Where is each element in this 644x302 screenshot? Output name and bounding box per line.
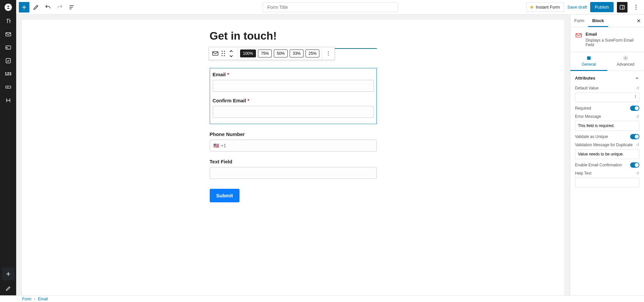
add-block-button[interactable] <box>19 2 29 13</box>
rail-slider-field[interactable] <box>0 81 16 94</box>
svg-rect-5 <box>6 33 11 36</box>
card-icon <box>5 44 12 51</box>
error-message-input[interactable] <box>575 121 639 131</box>
help-text-label: Help Text <box>575 171 591 176</box>
left-field-rail: 123 <box>0 0 16 295</box>
rail-heading-field[interactable] <box>0 94 16 107</box>
confirm-email-input[interactable] <box>213 106 374 118</box>
attributes-title: Attributes <box>575 76 595 81</box>
svg-rect-20 <box>587 56 590 60</box>
tab-form[interactable]: Form <box>570 15 588 27</box>
move-up-button[interactable] <box>226 49 236 53</box>
kebab-icon <box>325 50 331 56</box>
width-75[interactable]: 75% <box>258 50 272 57</box>
width-100[interactable]: 100% <box>240 50 256 57</box>
sidebar-close-button[interactable] <box>633 18 644 23</box>
validate-unique-label: Validate as Unique <box>575 134 608 139</box>
topbar-left-tools <box>19 2 77 13</box>
reset-icon[interactable]: ↺ <box>636 171 639 176</box>
breadcrumb-root[interactable]: Form <box>22 297 31 301</box>
rail-number-field[interactable]: 123 <box>0 67 16 81</box>
width-33[interactable]: 33% <box>290 50 304 57</box>
sidebar-tabs: Form Block <box>570 15 644 27</box>
validate-unique-toggle[interactable] <box>630 134 639 139</box>
breadcrumb-sep-icon: › <box>34 297 35 301</box>
drag-handle[interactable] <box>220 49 226 58</box>
email-label-text: Email <box>213 72 226 77</box>
rail-text-field[interactable] <box>0 15 16 28</box>
tab-block[interactable]: Block <box>588 15 608 27</box>
phone-block[interactable]: Phone Number 🇺🇸 +1 <box>210 131 377 151</box>
enable-confirmation-toggle[interactable] <box>630 162 639 168</box>
form-area: Get in touch! <box>210 30 377 202</box>
rail-edit-button[interactable] <box>0 283 16 294</box>
settings-panel-toggle[interactable] <box>617 2 627 13</box>
topbar-center <box>263 2 398 12</box>
width-25[interactable]: 25% <box>305 50 319 57</box>
form-heading[interactable]: Get in touch! <box>210 30 377 49</box>
email-icon <box>575 32 582 39</box>
rail-add-block[interactable] <box>2 268 15 280</box>
attr-enable-confirmation: Enable Email Confirmation <box>575 162 639 168</box>
kebab-icon <box>633 4 639 11</box>
attr-required: Required <box>575 106 639 111</box>
flag-icon[interactable]: 🇺🇸 <box>213 143 219 148</box>
confirm-email-label-text: Confirm Email <box>213 98 246 103</box>
reset-icon[interactable]: ↺ <box>636 86 639 90</box>
width-controls: 100% 75% 50% 33% 25% <box>238 47 322 60</box>
rail-logo[interactable] <box>0 0 16 15</box>
block-more-button[interactable] <box>323 49 333 58</box>
close-icon <box>636 18 641 23</box>
reset-icon[interactable]: ↺ <box>636 143 639 147</box>
confirm-email-label: Confirm Email * <box>213 98 374 103</box>
required-toggle[interactable] <box>630 106 639 111</box>
reset-icon[interactable]: ↺ <box>636 114 639 119</box>
subtab-advanced[interactable]: Advanced <box>607 52 644 71</box>
help-text-input[interactable] <box>575 178 639 187</box>
svg-point-1 <box>636 5 637 6</box>
subtab-general[interactable]: General <box>570 52 607 71</box>
validation-dup-input[interactable] <box>575 149 639 159</box>
required-star-icon: * <box>247 98 249 103</box>
text-block[interactable]: Text Field <box>210 159 377 179</box>
form-title-input[interactable] <box>263 2 398 12</box>
attributes-toggle[interactable]: Attributes <box>575 74 639 83</box>
input-options-button[interactable] <box>633 94 637 99</box>
default-value-input[interactable] <box>575 92 639 102</box>
block-header-icon <box>575 32 582 39</box>
block-type-button[interactable] <box>210 49 220 58</box>
svg-point-13 <box>224 53 225 54</box>
phone-label: Phone Number <box>210 131 377 137</box>
list-icon <box>68 4 75 11</box>
enable-confirmation-label: Enable Email Confirmation <box>575 163 622 167</box>
undo-button[interactable] <box>43 2 53 13</box>
block-header-title: Email <box>586 32 639 37</box>
rail-checkbox-field[interactable] <box>0 54 16 67</box>
editor-canvas[interactable]: Get in touch! <box>16 15 570 302</box>
rail-email-field[interactable] <box>0 28 16 41</box>
heading-icon <box>5 97 12 104</box>
svg-rect-9 <box>212 52 218 55</box>
publish-button[interactable]: Publish <box>590 2 614 12</box>
text-field-input[interactable] <box>210 167 377 179</box>
document-overview-button[interactable] <box>66 2 77 13</box>
move-down-button[interactable] <box>226 53 236 58</box>
pencil-icon <box>33 4 39 11</box>
phone-input-wrap[interactable]: 🇺🇸 +1 <box>210 140 377 151</box>
instant-form-toggle[interactable]: Instant Form <box>526 2 564 12</box>
chevron-down-icon <box>229 54 233 58</box>
email-block-selected[interactable]: Email * Confirm Email * <box>210 68 377 124</box>
tools-button[interactable] <box>31 2 41 13</box>
canvas-page: Get in touch! <box>22 20 564 302</box>
attr-validation-dup: Validation Message for Duplicate ↺ <box>575 143 639 159</box>
redo-button[interactable] <box>54 2 65 13</box>
instant-form-label: Instant Form <box>536 5 560 10</box>
breadcrumb-current[interactable]: Email <box>38 297 48 301</box>
email-input[interactable] <box>213 80 374 92</box>
width-50[interactable]: 50% <box>274 50 288 57</box>
undo-icon <box>45 4 51 11</box>
rail-card-field[interactable] <box>0 41 16 54</box>
more-options-button[interactable] <box>631 2 641 13</box>
save-draft-button[interactable]: Save draft <box>567 5 587 10</box>
submit-button[interactable]: Submit <box>210 189 240 202</box>
